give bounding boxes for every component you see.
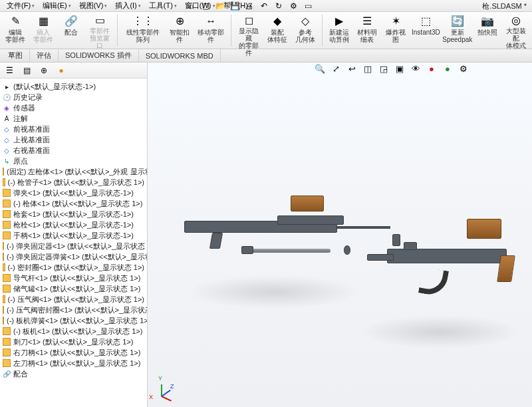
new-icon[interactable]: ▢ [200,1,211,11]
feature-tree-tab[interactable]: ☰ [4,65,15,76]
options-icon[interactable]: ⚙ [288,1,299,11]
tab-sketch[interactable]: 草图 [1,49,30,62]
hide-show-icon[interactable]: 👁 [410,63,422,74]
tree-part[interactable]: 左刀柄<1> (默认<<默认>_显示状态 1>) [1,358,146,368]
tree-part[interactable]: 手柄<1> (默认<<默认>_显示状态-1>) [1,230,146,241]
tree-part[interactable]: (-) 压气阀<1> (默认<<默认>_显示状态 1>) [1,294,146,305]
tree-origin[interactable]: ↳原点 [1,156,146,166]
property-manager-tab[interactable]: ▤ [21,65,32,76]
view-triad[interactable]: Y Z X [152,376,178,403]
mate-folder-icon: 🔗 [3,370,11,378]
part-icon [3,210,11,218]
prev-view-icon[interactable]: ↩ [346,63,358,74]
preview-window-button[interactable]: ▭零部件 预览窗口 [86,13,113,48]
tree-part[interactable]: (-) 板机弹簧<1> (默认<<默认>_显示状态 1>) [1,315,146,326]
plane-icon: ◇ [3,125,11,133]
tab-evaluate[interactable]: 评估 [30,49,59,62]
tree-part[interactable]: (-) 密封圈<1> (默认<<默认>_显示状态 1>) [1,262,146,273]
tree-part[interactable]: 枪栓<1> (默认<<默认>_显示状态-1>) [1,219,146,230]
tree-part[interactable]: (-) 弹夹固定器<1> (默认<<默认>_显示状态 1 [1,241,146,251]
print-icon[interactable]: 🖨 [244,1,255,11]
view-settings-icon[interactable]: ⚙ [458,63,469,74]
tab-sw-addins[interactable]: SOLIDWORKS 插件 [59,49,139,62]
menu-insert[interactable]: 插入(I)▾ [111,1,144,11]
exploded-view-button[interactable]: ✶爆炸视图 [382,13,409,48]
search-icon[interactable]: ⌕ [186,1,196,11]
refresh-icon: 🔄 [451,15,464,28]
instant3d-button[interactable]: ⬚Instant3D [412,13,440,48]
plane-icon: ◇ [3,146,11,154]
tree-part[interactable]: 储气罐<1> (默认<<默认>_显示状态 1>) [1,283,146,294]
tree-sensors[interactable]: ◈传感器 [1,102,146,113]
zoom-fit-icon[interactable]: 🔍 [314,63,326,74]
tree-part[interactable]: (-) 压气阀密封圈<1> (默认<<默认>_显示状态 [1,305,146,315]
edit-appearance-icon[interactable]: ● [426,63,438,74]
configuration-tab[interactable]: ⊕ [39,65,49,76]
tree-part[interactable]: (-) 枪体<1> (默认<<默认>_显示状态 1>) [1,198,146,209]
save-icon[interactable]: 💾 [229,1,240,11]
assembly-mode-icon: ◎ [509,15,523,27]
graphics-viewport[interactable]: 🔍 ⤢ ↩ ◫ ◲ ▣ 👁 ● ● ⚙ [148,63,532,407]
tree-top-plane[interactable]: ◇上视基准面 [1,134,146,145]
document-title: 枪.SLDASM * [482,1,527,11]
undo-icon[interactable]: ↶ [259,1,269,11]
insert-component-button[interactable]: ▦插入 零部件 [31,13,56,48]
menu-tools[interactable]: 工具(T)▾ [145,1,181,11]
history-icon: 🕑 [3,93,11,101]
tree-mates[interactable]: 🔗配合 [1,368,146,379]
tree-front-plane[interactable]: ◇前视基准面 [1,124,146,134]
tab-sw-mbd[interactable]: SOLIDWORKS MBD [139,49,221,62]
view-orientation-icon[interactable]: ◲ [378,63,390,74]
axis-z-label: Z [170,383,174,390]
selection-icon[interactable]: ▭ [303,1,313,11]
large-assembly-mode-button[interactable]: ◎大型装配 体模式 [503,13,529,48]
linear-pattern-button[interactable]: ⋮⋮线性零部件阵列 [122,13,164,48]
tree-annotations[interactable]: A注解 [1,113,146,124]
tree-part[interactable]: 枪套<1> (默认<<默认>_显示状态-1>) [1,209,146,219]
show-hidden-button[interactable]: ◻显示隐藏 的零部件 [235,13,262,48]
move-component-button[interactable]: ↔移动零部件 [195,13,227,48]
menu-file[interactable]: 文件(F)▾ [3,1,39,11]
reference-icon: ◇ [299,15,312,28]
part-icon [3,200,11,207]
part-icon [3,306,4,314]
tree-part[interactable]: (固定) 左枪体<1> (默认<<默认>_外观 显示状 [1,166,146,177]
tree-part[interactable]: (-) 枪管子<1> (默认<<默认>_显示状态 1>) [1,177,146,188]
menu-view[interactable]: 视图(V)▾ [75,1,112,11]
display-manager-tab[interactable]: ● [56,65,66,76]
sensor-icon: ◈ [3,104,11,112]
snapshot-button[interactable]: 📷拍快照 [475,13,500,48]
menu-edit[interactable]: 编辑(E)▾ [39,1,75,11]
tree-part[interactable]: 刺刀<1> (默认<<默认>_显示状态 1>) [1,337,146,347]
tree-root[interactable]: ▸(默认<默认_显示状态-1>) [1,81,146,92]
display-style-icon[interactable]: ▣ [394,63,406,74]
edit-icon: ✎ [9,15,22,28]
tree-part[interactable]: (-) 弹夹固定器弹簧<1> (默认<<默认>_显示状 [1,251,146,262]
update-speedpak-button[interactable]: 🔄更新 Speedpak [443,13,472,48]
plane-icon: ◇ [3,136,11,144]
tree-part[interactable]: 导气杆<1> (默认<<默认>_显示状态 1>) [1,273,146,283]
part-icon [3,178,5,186]
rebuild-icon[interactable]: ↻ [273,1,284,11]
reference-geometry-button[interactable]: ◇参考 几何体 [293,13,318,48]
smart-fastener-button[interactable]: ⊕智能扣 件 [167,13,192,48]
tree-right-plane[interactable]: ◇右视基准面 [1,145,146,156]
apply-scene-icon[interactable]: ● [442,63,454,74]
edit-component-button[interactable]: ✎编辑 零部件 [3,13,28,48]
bom-table-button[interactable]: ☰材料明 细表 [354,13,380,48]
new-motion-study-button[interactable]: ▶新建运 动算例 [327,13,352,48]
tree-part[interactable]: (-) 板机<1> (默认<<默认>_显示状态 1>) [1,326,146,337]
part-icon [3,348,11,356]
zoom-area-icon[interactable]: ⤢ [330,63,342,74]
tree-part[interactable]: 弹夹<1> (默认<<默认>_显示状态-1>) [1,188,146,198]
pattern-icon: ⋮⋮ [136,15,150,28]
assembly-feature-button[interactable]: ◆装配 体特征 [265,13,290,48]
section-view-icon[interactable]: ◫ [362,63,374,74]
command-ribbon: ✎编辑 零部件 ▦插入 零部件 🔗配合 ▭零部件 预览窗口 ⋮⋮线性零部件阵列 … [0,12,532,49]
mate-button[interactable]: 🔗配合 [59,13,84,48]
feature-tree[interactable]: ▸(默认<默认_显示状态-1>) 🕑历史记录 ◈传感器 A注解 ◇前视基准面 ◇… [0,78,147,407]
tree-part[interactable]: 右刀柄<1> (默认<<默认>_显示状态 1>) [1,347,146,358]
open-icon[interactable]: 📂 [215,1,225,11]
part-icon [3,221,11,229]
tree-history[interactable]: 🕑历史记录 [1,92,146,102]
